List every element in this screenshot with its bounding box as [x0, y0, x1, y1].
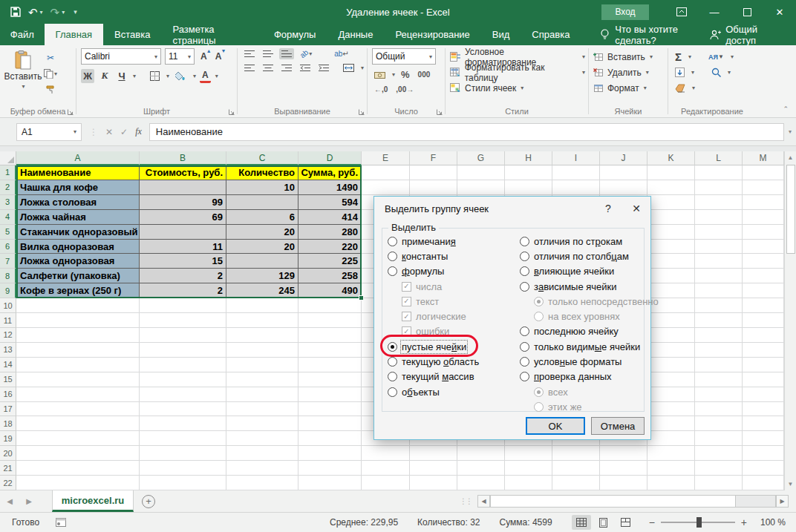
zoom-in-icon[interactable]: + [741, 516, 747, 528]
row-header-21[interactable]: 21 [0, 461, 16, 476]
radio-icon[interactable] [520, 372, 529, 381]
minimize-button[interactable]: — [698, 0, 731, 24]
radio-left-10[interactable]: объекты [388, 384, 514, 399]
radio-right-1[interactable]: отличия по столбцам [520, 249, 647, 263]
hscroll-left-icon[interactable]: ◀ [477, 495, 490, 508]
table-cell[interactable]: 69 [140, 210, 226, 225]
table-cell[interactable]: 129 [226, 269, 298, 283]
wrap-text-button[interactable]: ab↵ [332, 48, 351, 59]
cancel-button[interactable]: Отмена [591, 417, 645, 435]
row-header-18[interactable]: 18 [0, 416, 16, 431]
radio-left-2[interactable]: формулы [388, 264, 514, 279]
table-cell[interactable]: 2 [140, 269, 226, 283]
table-cell[interactable]: 11 [140, 240, 226, 254]
format-cells-button[interactable]: Формат▾ [593, 80, 665, 96]
radio-left-8[interactable]: текущую область [388, 354, 514, 369]
name-box[interactable]: A1 ▾ [16, 123, 82, 141]
row-header-19[interactable]: 19 [0, 431, 16, 446]
undo-dropdown-icon[interactable]: ▾ [40, 9, 43, 16]
column-header-H[interactable]: H [505, 151, 552, 165]
header-cell[interactable]: Стоимость, руб. [140, 165, 226, 180]
table-cell[interactable]: Ложка чайная [16, 210, 140, 225]
sheet-nav-left-icon[interactable]: ◀ [0, 490, 19, 512]
share-button[interactable]: Общий доступ [710, 24, 796, 45]
table-cell[interactable]: 258 [298, 269, 362, 283]
table-cell[interactable]: 6 [226, 210, 298, 225]
accounting-format-icon[interactable] [372, 69, 388, 81]
tab-formulas[interactable]: Формулы [263, 24, 327, 45]
table-cell[interactable]: 2 [140, 283, 226, 298]
dialog-help-icon[interactable]: ? [594, 197, 622, 220]
number-format-select[interactable]: Общий▾ [372, 48, 436, 65]
radio-right-0[interactable]: отличия по строкам [520, 234, 647, 249]
horizontal-scroll-thumb[interactable] [491, 496, 736, 507]
column-header-K[interactable]: K [647, 151, 695, 165]
table-cell[interactable]: 20 [226, 240, 298, 254]
column-header-D[interactable]: D [298, 151, 362, 165]
table-cell[interactable]: 245 [226, 283, 298, 298]
table-cell[interactable]: 1490 [298, 180, 362, 195]
table-cell[interactable] [226, 254, 298, 269]
tell-me-box[interactable]: Что вы хотите сделать? [600, 24, 710, 45]
row-header-11[interactable]: 11 [0, 313, 16, 328]
row-header-16[interactable]: 16 [0, 387, 16, 402]
formula-input[interactable]: Наименование [149, 123, 784, 141]
align-right-icon[interactable] [279, 62, 294, 73]
tab-review[interactable]: Рецензирование [384, 24, 480, 45]
radio-left-7[interactable]: пустые ячейки [388, 339, 514, 354]
column-header-F[interactable]: F [410, 151, 457, 165]
underline-button[interactable]: Ч [115, 69, 128, 83]
row-header-13[interactable]: 13 [0, 343, 16, 358]
undo-icon[interactable]: ↶ [28, 7, 38, 18]
insert-function-icon[interactable]: fx [135, 126, 142, 137]
table-cell[interactable]: Стаканчик одноразовый [16, 225, 140, 240]
font-dialog-launcher-icon[interactable] [229, 109, 235, 115]
zoom-out-icon[interactable]: − [649, 516, 655, 528]
sort-filter-button[interactable]: АЯ▼ [706, 52, 726, 62]
row-header-4[interactable]: 4 [0, 210, 16, 225]
radio-icon[interactable] [388, 372, 397, 381]
horizontal-scrollbar[interactable] [490, 495, 776, 508]
maximize-button[interactable] [731, 0, 763, 24]
header-cell[interactable]: Сумма, руб. [298, 165, 362, 180]
radio-icon[interactable] [520, 282, 529, 292]
radio-right-8[interactable]: условные форматы [520, 354, 647, 369]
radio-icon[interactable] [388, 266, 397, 276]
tab-split-grip[interactable]: ⋮⋮ [460, 497, 472, 505]
row-header-10[interactable]: 10 [0, 298, 16, 313]
number-dialog-launcher-icon[interactable] [437, 109, 443, 115]
radio-icon[interactable] [520, 266, 529, 276]
ok-button[interactable]: OK [526, 417, 585, 435]
radio-icon[interactable] [388, 237, 397, 246]
table-cell[interactable]: Ложка столовая [16, 195, 140, 210]
paste-dropdown-icon[interactable]: ▾ [22, 83, 25, 90]
font-size-select[interactable]: 11▾ [165, 48, 195, 65]
radio-icon[interactable] [388, 252, 397, 261]
fill-color-button[interactable] [173, 70, 189, 82]
row-header-22[interactable]: 22 [0, 476, 16, 490]
table-cell[interactable]: Ложка одноразовая [16, 254, 140, 269]
row-header-5[interactable]: 5 [0, 225, 16, 240]
row-header-2[interactable]: 2 [0, 180, 16, 195]
radio-right-6[interactable]: последнюю ячейку [520, 324, 647, 339]
hscroll-right-icon[interactable]: ▶ [776, 495, 789, 508]
clear-button[interactable] [673, 82, 688, 94]
column-header-E[interactable]: E [362, 151, 410, 165]
radio-icon[interactable] [388, 342, 397, 352]
column-header-C[interactable]: C [226, 151, 298, 165]
save-icon[interactable] [10, 7, 21, 17]
align-center-icon[interactable] [261, 62, 275, 73]
select-all-corner[interactable] [0, 151, 16, 165]
radio-icon[interactable] [520, 326, 529, 336]
row-header-15[interactable]: 15 [0, 372, 16, 387]
tab-home[interactable]: Главная [45, 24, 103, 45]
tab-file[interactable]: Файл [0, 24, 45, 45]
tab-page-layout[interactable]: Разметка страницы [161, 24, 262, 45]
expand-formula-bar-icon[interactable]: ▾ [784, 128, 796, 135]
row-header-3[interactable]: 3 [0, 195, 16, 210]
radio-left-1[interactable]: константы [388, 249, 514, 263]
sign-in-button[interactable]: Вход [601, 4, 649, 20]
tab-data[interactable]: Данные [327, 24, 384, 45]
increase-indent-icon[interactable] [316, 62, 331, 73]
radio-right-7[interactable]: только видимые ячейки [520, 339, 647, 354]
